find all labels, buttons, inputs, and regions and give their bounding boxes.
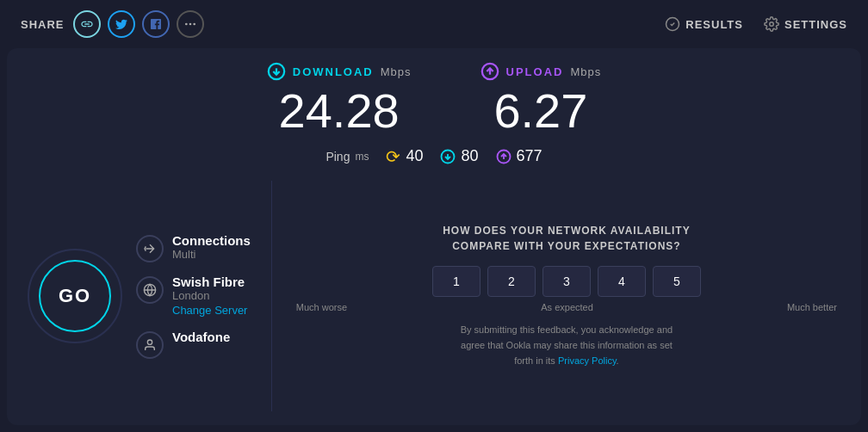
rating-3-button[interactable]: 3: [542, 266, 591, 297]
server-title: Swish Fibre: [172, 275, 247, 289]
bottom-section: GO Connections Multi: [28, 181, 840, 411]
download-ping-value: 80: [440, 147, 478, 165]
svg-point-4: [770, 22, 774, 27]
connections-title: Connections: [172, 233, 251, 248]
upload-ping-value: 677: [496, 147, 542, 165]
share-label: SHARE: [21, 18, 65, 31]
rating-label-left: Much worse: [296, 302, 347, 312]
ping-value: ⟳ 40: [386, 146, 423, 167]
upload-label: UPLOAD Mbps: [480, 62, 602, 81]
share-facebook-icon[interactable]: [142, 10, 170, 38]
rating-labels: Much worse As expected Much better: [293, 302, 840, 312]
settings-button[interactable]: SETTINGS: [764, 16, 847, 32]
go-button[interactable]: GO: [39, 260, 111, 332]
share-section: SHARE: [21, 10, 204, 38]
svg-point-2: [193, 23, 195, 26]
rating-label-mid: As expected: [541, 302, 593, 312]
go-circle-outer: GO: [28, 249, 122, 343]
server-content: Swish Fibre London Change Server: [172, 275, 247, 318]
connections-content: Connections Multi: [172, 233, 251, 261]
go-button-wrapper: GO: [28, 249, 122, 343]
feedback-disclaimer: By submitting this feedback, you acknowl…: [293, 323, 840, 368]
rating-label-right: Much better: [787, 302, 837, 312]
connections-value: Multi: [172, 248, 251, 261]
server-location: London: [172, 289, 247, 302]
rating-1-button[interactable]: 1: [432, 266, 480, 297]
rating-row: 1 2 3 4 5: [293, 266, 840, 297]
connections-item: Connections Multi: [136, 233, 251, 262]
header: SHARE: [0, 0, 868, 48]
info-items: Connections Multi Swish Fibre London: [136, 233, 251, 359]
user-item: Vodafone: [136, 330, 251, 359]
upload-value: 6.27: [480, 84, 602, 138]
rating-2-button[interactable]: 2: [487, 266, 536, 297]
download-value: 24.28: [267, 84, 412, 138]
rating-5-button[interactable]: 5: [653, 266, 701, 297]
user-icon: [136, 331, 164, 359]
download-block: DOWNLOAD Mbps 24.28: [267, 62, 412, 138]
svg-point-0: [185, 23, 188, 26]
connections-icon: [136, 235, 164, 262]
server-icon: [136, 276, 164, 304]
share-twitter-icon[interactable]: [108, 10, 135, 38]
user-content: Vodafone: [172, 330, 230, 344]
upload-block: UPLOAD Mbps 6.27: [480, 62, 602, 138]
download-label: DOWNLOAD Mbps: [267, 62, 412, 81]
ping-label: Ping ms: [326, 150, 369, 164]
share-link-icon[interactable]: [73, 10, 101, 38]
svg-point-1: [189, 23, 191, 26]
rating-4-button[interactable]: 4: [598, 266, 646, 297]
share-icons: [73, 10, 204, 38]
user-title: Vodafone: [172, 330, 230, 344]
change-server-link[interactable]: Change Server: [172, 304, 247, 317]
left-panel: GO Connections Multi: [28, 181, 251, 411]
share-more-icon[interactable]: [177, 10, 204, 38]
main-panel: DOWNLOAD Mbps 24.28 UPLOAD Mbps 6.27 Pin…: [7, 48, 861, 425]
svg-point-14: [147, 340, 152, 344]
privacy-policy-link[interactable]: Privacy Policy: [558, 355, 617, 366]
header-right: RESULTS SETTINGS: [665, 16, 847, 32]
server-item: Swish Fibre London Change Server: [136, 275, 251, 318]
speed-section: DOWNLOAD Mbps 24.28 UPLOAD Mbps 6.27: [28, 62, 840, 138]
feedback-title: HOW DOES YOUR NETWORK AVAILABILITY COMPA…: [293, 223, 840, 254]
results-button[interactable]: RESULTS: [665, 16, 743, 32]
right-panel: HOW DOES YOUR NETWORK AVAILABILITY COMPA…: [271, 181, 840, 411]
ping-section: Ping ms ⟳ 40 80 677: [28, 146, 840, 167]
ping-latency-icon: ⟳: [386, 146, 400, 167]
